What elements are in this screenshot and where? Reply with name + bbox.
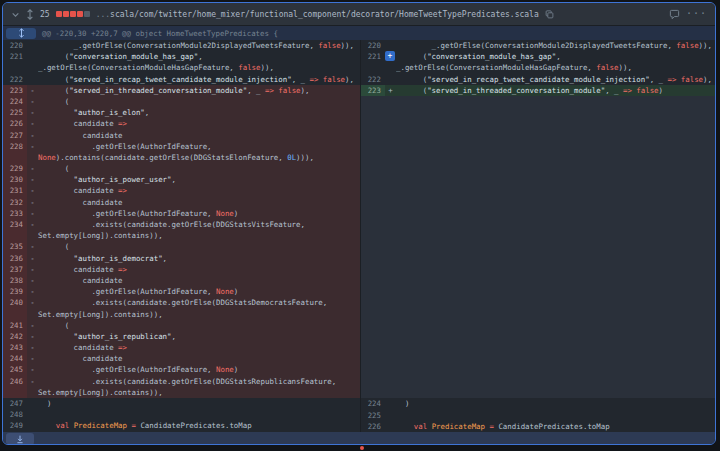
hunk-context: object HomeTweetTypePredicates { [131,29,278,38]
line-number[interactable]: 234 [3,219,27,230]
diff-row: 223- ("served_in_threaded_conversation_m… [3,85,360,96]
diffstat-del-square [70,11,76,17]
diff-sign [385,398,396,409]
expand-hunk-button[interactable] [6,28,36,39]
line-number[interactable] [3,230,27,241]
diff-row: 230- "author_is_power_user", [3,174,360,185]
line-number[interactable]: 227 [3,130,27,141]
line-number[interactable] [361,62,385,73]
diff-sign [27,420,38,431]
code-line: .exists(candidate.getOrElse(DDGStatsRepu… [38,376,360,387]
diff-sign [27,409,38,420]
diff-row: 235- ( [3,241,360,252]
line-number[interactable]: 221 [361,51,385,62]
line-number[interactable] [3,62,27,73]
line-number[interactable]: 238 [3,275,27,286]
line-number[interactable] [3,152,27,163]
line-number[interactable]: 241 [3,320,27,331]
line-number[interactable]: 232 [3,197,27,208]
line-number[interactable]: 243 [3,342,27,353]
line-number[interactable]: 237 [3,264,27,275]
code-line: candidate [38,275,360,286]
line-number[interactable]: 249 [3,420,27,431]
line-number[interactable]: 226 [3,118,27,129]
line-number[interactable]: 220 [3,40,27,51]
line-number[interactable]: 223 [361,85,385,96]
file-diff-container: 25 ...scala/com/twitter/home_mixer/funct… [2,2,716,445]
diff-row: 248 [3,409,360,420]
diff-row: 224 ) [361,398,716,409]
line-number[interactable]: 230 [3,174,27,185]
code-line: ( [38,320,360,331]
diff-sign [385,421,396,432]
diff-row: 244- candidate [3,353,360,364]
diff-empty-filler [361,96,716,398]
diff-row: 224- ( [3,96,360,107]
line-number[interactable]: 233 [3,208,27,219]
line-number[interactable]: 245 [3,364,27,375]
code-line: candidate [38,130,360,141]
diff-row: 236- "author_is_democrat", [3,253,360,264]
line-number[interactable]: 228 [3,141,27,152]
code-line: candidate => [38,342,360,353]
diff-row: 221 ("conversation_module_has_gap", [3,51,360,62]
code-line: ("served_in_recap_tweet_candidate_module… [396,74,716,85]
code-line: _.getOrElse(ConversationModuleHasGapFeat… [38,62,360,73]
line-number[interactable]: 244 [3,353,27,364]
line-number[interactable] [3,387,27,398]
diff-row: 225- "author_is_elon", [3,107,360,118]
line-number[interactable]: 236 [3,253,27,264]
diff-sign: - [27,364,38,375]
comment-icon[interactable] [669,9,680,20]
unfold-all-icon[interactable] [26,9,34,20]
line-number[interactable]: 248 [3,409,27,420]
diff-row: 246- .exists(candidate.getOrElse(DDGStat… [3,376,360,387]
line-number[interactable]: 231 [3,185,27,196]
code-line: ( [38,241,360,252]
line-number[interactable]: 240 [3,297,27,308]
diff-row: 232- candidate [3,197,360,208]
diff-sign [27,152,38,163]
code-line: ("conversation_module_has_gap", [396,51,716,62]
diff-sign [27,62,38,73]
chevron-down-icon[interactable] [11,10,20,19]
diff-sign: - [27,85,38,96]
line-number[interactable]: 235 [3,241,27,252]
line-number[interactable]: 220 [361,40,385,51]
line-number[interactable]: 223 [3,85,27,96]
file-path[interactable]: ...scala/com/twitter/home_mixer/function… [96,10,539,19]
hunk-range: @@ -220,30 +220,7 @@ [42,29,131,38]
diff-row: _.getOrElse(ConversationModuleHasGapFeat… [3,62,360,73]
add-comment-button[interactable]: + [385,51,395,61]
line-number[interactable]: 242 [3,331,27,342]
diff-sign: - [27,320,38,331]
diff-row: 245- .getOrElse(AuthorIdFeature, None) [3,364,360,375]
line-number[interactable] [3,309,27,320]
code-line: .exists(candidate.getOrElse(DDGStatsVits… [38,219,360,230]
line-number[interactable]: 222 [361,74,385,85]
diff-sign: + [385,85,396,96]
line-number[interactable]: 247 [3,398,27,409]
diff-row: 220 _.getOrElse(ConversationModule2Displ… [361,40,716,51]
diff-row: Set.empty[Long]).contains)), [3,309,360,320]
expand-down-button[interactable] [6,433,34,445]
line-number[interactable]: 225 [3,107,27,118]
line-number[interactable]: 229 [3,163,27,174]
line-number[interactable]: 222 [3,74,27,85]
code-line: val PredicateMap = CandidatePredicates.t… [38,420,360,431]
line-number[interactable]: 224 [3,96,27,107]
code-line: .exists(candidate.getOrElse(DDGStatsDemo… [38,297,360,308]
line-number[interactable]: 239 [3,286,27,297]
code-line: candidate => [38,118,360,129]
line-number[interactable]: 226 [361,421,385,432]
line-number[interactable]: 246 [3,376,27,387]
diff-sign: - [27,286,38,297]
code-line: "author_is_democrat", [38,253,360,264]
line-number[interactable]: 225 [361,410,385,421]
kebab-menu-icon[interactable]: ··· [686,9,707,19]
diff-row: 234- .exists(candidate.getOrElse(DDGStat… [3,219,360,230]
line-number[interactable]: 224 [361,398,385,409]
diff-sign [27,387,38,398]
line-number[interactable]: 221 [3,51,27,62]
copy-path-icon[interactable] [545,10,554,19]
